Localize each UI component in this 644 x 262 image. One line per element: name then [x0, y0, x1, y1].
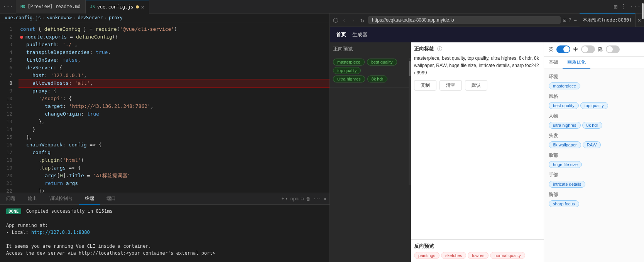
sidebar-tag-best-quality[interactable]: best quality: [549, 102, 579, 109]
lang-toggle-en[interactable]: [556, 45, 570, 53]
tab-vue-config-lang: JS: [90, 5, 95, 9]
sidebar-tab-quality[interactable]: 画质优化: [563, 57, 590, 69]
pos-tag-8k-hdr[interactable]: 8k hdr: [367, 76, 388, 82]
positive-tags-content[interactable]: masterpiece, best quality, top quality, …: [414, 55, 541, 77]
bottom-tab-terminal[interactable]: 终端: [79, 193, 100, 205]
cat-character-tags: ultra highres 8k hdr: [544, 121, 644, 131]
neg-tag-sketches[interactable]: sketches: [441, 252, 466, 259]
lang-label-hidden: 隐: [598, 46, 603, 53]
positive-tags-label: 正向标签: [414, 45, 434, 52]
negative-section: 反向预览 paintings sketches lowres normal qu…: [411, 239, 544, 262]
code-line-1: const { defineConfig } = require('@vue/c…: [19, 25, 330, 33]
code-line-22: }): [19, 187, 330, 193]
code-line-13: },: [19, 118, 330, 126]
tab-modified-indicator: [136, 5, 139, 8]
browser-action-1[interactable]: ⊡: [563, 17, 566, 23]
browser-more-icon[interactable]: ⋯: [574, 17, 577, 23]
layout-icon[interactable]: ⊞: [614, 3, 617, 10]
sidebar-tag-sharp-focus[interactable]: sharp focus: [549, 200, 579, 207]
bottom-tabs: 问题 输出 调试控制台 终端 端口 ＋▾ npm ⊟ 🗑: [0, 193, 330, 205]
neg-header: 反向预览: [414, 243, 541, 250]
sidebar-tag-ultra-highres[interactable]: ultra highres: [549, 122, 581, 129]
sidebar-tag-top-quality[interactable]: top quality: [580, 102, 608, 109]
default-button[interactable]: 默认: [465, 80, 487, 91]
lang-toggle-row: 英 中 隐: [544, 42, 644, 57]
bottom-tab-ports[interactable]: 端口: [100, 193, 122, 205]
tab-bar: ··· MD [Preview] readme.md JS vue.config…: [0, 0, 644, 13]
clear-button[interactable]: 清空: [439, 80, 462, 91]
nav-item-home[interactable]: 首页: [336, 31, 346, 38]
bottom-tab-problems[interactable]: 问题: [0, 193, 22, 205]
close-preview-tab-icon[interactable]: ✕: [638, 17, 641, 23]
tab-readme[interactable]: MD [Preview] readme.md: [16, 0, 85, 13]
preview-top-tags-row-3: ultra highres 8k hdr: [333, 76, 408, 82]
more-icon[interactable]: ···: [630, 3, 641, 10]
refresh-button[interactable]: ↻: [359, 16, 366, 25]
code-line-12: changeOrigin: true: [19, 110, 330, 118]
neg-tag-paintings[interactable]: paintings: [414, 252, 439, 259]
sidebar-tag-masterpiece[interactable]: masterpiece: [549, 82, 580, 89]
split-icon[interactable]: ⋮: [620, 3, 627, 10]
preview-top-tags-row-1: masterpiece best quality: [333, 59, 408, 66]
tab-vue-config[interactable]: JS vue.config.js ✕: [86, 0, 149, 13]
tab-bar-menu[interactable]: ···: [0, 3, 16, 10]
plus-icon[interactable]: ＋▾: [281, 195, 288, 202]
code-line-2: ●module.exports = defineConfig({: [19, 33, 330, 41]
bottom-tab-debug[interactable]: 调试控制台: [43, 193, 79, 205]
lang-toggle-zh[interactable]: [581, 45, 595, 53]
terminal-line-running: App running at:: [6, 222, 323, 229]
delete-terminal-icon[interactable]: 🗑: [306, 196, 311, 202]
neg-tags-container: paintings sketches lowres normal quality: [414, 252, 541, 259]
browser-help-icon[interactable]: ?: [568, 17, 571, 23]
cat-hair: 头发: [544, 131, 644, 141]
positive-tags-info-icon: ⓘ: [437, 45, 442, 52]
lang-label-zh: 中: [573, 46, 578, 53]
positive-tags-area: 正向标签 ⓘ masterpiece, best quality, top qu…: [411, 42, 544, 239]
local-url-link[interactable]: http://127.0.0.1:8080: [31, 230, 90, 235]
bottom-tab-output[interactable]: 输出: [22, 193, 43, 205]
tab-vue-config-label: vue.config.js: [97, 4, 134, 10]
sidebar-tag-raw[interactable]: RAW: [583, 141, 601, 148]
external-link-icon[interactable]: ⬡: [333, 17, 338, 24]
more-terminal-icon[interactable]: ···: [313, 196, 321, 202]
sidebar-tag-8k-hdr[interactable]: 8k hdr: [582, 122, 603, 129]
sidebar-tag-huge-file-size[interactable]: huge file size: [549, 161, 582, 168]
editor-panel: vue.config.js › <unknown> › devServer › …: [0, 13, 330, 262]
done-badge: DONE: [6, 208, 21, 214]
neg-tag-lowres[interactable]: lowres: [468, 252, 488, 259]
cat-hands: 手部: [544, 170, 644, 180]
sidebar-tab-basic[interactable]: 基础: [544, 57, 563, 69]
nav-item-generator[interactable]: 生成器: [352, 31, 367, 38]
cat-style: 风格: [544, 92, 644, 101]
cat-character: 人物: [544, 111, 644, 121]
neg-tag-normal-quality[interactable]: normal quality: [490, 252, 525, 259]
back-button[interactable]: ‹: [341, 16, 348, 25]
browser-url-bar[interactable]: https://ecqkua-todjez-8080.app.myide.io: [368, 16, 561, 24]
code-content[interactable]: const { defineConfig } = require('@vue/c…: [19, 22, 330, 193]
code-line-14: }: [19, 126, 330, 133]
preview-top-tags: masterpiece best quality top quality ult…: [330, 55, 411, 87]
preview-panel: ⬡ ‹ › ↻ https://ecqkua-todjez-8080.app.m…: [330, 13, 644, 262]
code-line-11: target: 'http://43.136.21.248:7862',: [19, 102, 330, 110]
tab-bar-actions: ⊞ ⋮ ···: [614, 3, 644, 10]
browser-tab-label: 本地预览(node:8080): [580, 13, 635, 27]
sidebar-tag-intricate-details[interactable]: intricate details: [549, 181, 585, 188]
preview-scroll-thumb: [409, 61, 411, 76]
preview-scroll-bar: [409, 58, 411, 185]
copy-button[interactable]: 复制: [414, 80, 436, 91]
section-title-forward: 正向预览: [330, 42, 411, 55]
breadcrumb-file: vue.config.js: [5, 15, 41, 20]
sidebar-tag-8k-wallpaper[interactable]: 8k wallpaper: [549, 141, 581, 148]
close-icon[interactable]: ✕: [141, 4, 144, 10]
close-terminal-icon[interactable]: ✕: [324, 196, 326, 202]
code-line-17: config: [19, 149, 330, 156]
terminal-line-local: - Local: http://127.0.0.1:8080: [6, 229, 323, 236]
forward-button[interactable]: ›: [350, 16, 357, 25]
pos-tag-masterpiece[interactable]: masterpiece: [333, 59, 365, 66]
split-terminal-icon[interactable]: ⊟: [301, 196, 304, 202]
pos-tag-top-quality[interactable]: top quality: [333, 67, 361, 74]
pos-tag-ultra-highres[interactable]: ultra highres: [333, 76, 365, 82]
pos-tag-best-quality-1[interactable]: best quality: [367, 59, 397, 66]
code-line-5: lintOnSave: false,: [19, 56, 330, 64]
lang-toggle-hidden[interactable]: [606, 45, 620, 53]
